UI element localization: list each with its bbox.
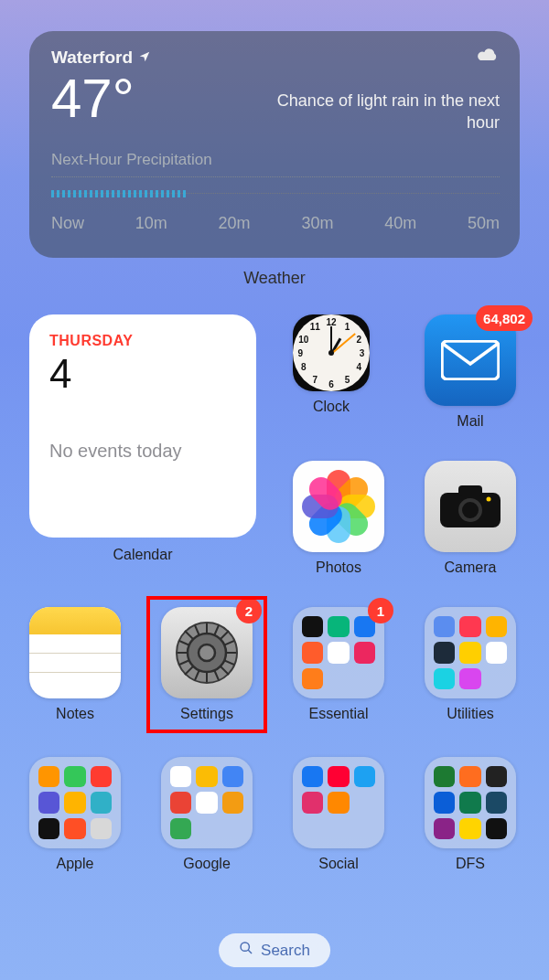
photos-app-icon[interactable] <box>293 461 384 552</box>
camera-app-label: Camera <box>445 559 497 576</box>
timeline-50m: 50m <box>468 214 500 233</box>
calendar-day-name: THURSDAY <box>49 333 236 349</box>
utilities-folder-icon[interactable] <box>425 607 516 698</box>
notes-app-label: Notes <box>56 706 94 722</box>
apple-folder-icon[interactable] <box>29 757 121 848</box>
svg-rect-0 <box>442 341 499 379</box>
social-folder-icon[interactable] <box>293 757 384 848</box>
calendar-widget[interactable]: THURSDAY 4 No events today <box>29 314 256 538</box>
calendar-widget-label: Calendar <box>29 547 256 563</box>
search-label: Search <box>261 942 310 960</box>
weather-forecast-text: Chance of light rain in the next hour <box>262 90 500 134</box>
timeline-30m: 30m <box>301 214 333 233</box>
weather-widget-label: Weather <box>0 269 549 288</box>
essential-folder-icon[interactable]: 1 <box>293 607 384 698</box>
mail-app-icon[interactable]: 64,802 <box>425 314 516 406</box>
camera-app-icon[interactable] <box>425 461 516 552</box>
essential-folder-label: Essential <box>309 706 369 722</box>
timeline-40m: 40m <box>384 214 416 233</box>
calendar-events-text: No events today <box>49 441 236 462</box>
svg-point-5 <box>487 497 491 502</box>
timeline-now: Now <box>51 214 84 233</box>
svg-line-19 <box>248 950 252 953</box>
weather-location: Waterford <box>51 48 133 68</box>
dfs-folder-label: DFS <box>456 856 485 872</box>
essential-badge: 1 <box>368 598 393 623</box>
weather-temperature: 47° <box>51 71 151 126</box>
timeline-20m: 20m <box>219 214 251 233</box>
mail-app-label: Mail <box>457 413 483 430</box>
cloud-icon <box>476 48 500 68</box>
svg-point-4 <box>462 502 479 518</box>
google-folder-label: Google <box>183 856 231 872</box>
search-button[interactable]: Search <box>219 933 330 967</box>
svg-rect-2 <box>458 485 482 496</box>
search-icon <box>239 941 253 960</box>
photos-app-label: Photos <box>316 559 361 576</box>
google-folder-icon[interactable] <box>161 757 253 848</box>
location-arrow-icon <box>138 48 151 68</box>
mail-badge: 64,802 <box>476 305 533 331</box>
dfs-folder-icon[interactable] <box>425 757 516 848</box>
svg-point-18 <box>241 943 249 951</box>
highlight-box <box>146 596 267 733</box>
precipitation-timeline: Now 10m 20m 30m 40m 50m <box>51 214 500 233</box>
clock-app-icon[interactable]: 12 1 2 3 4 5 6 7 8 9 10 11 <box>293 314 370 391</box>
weather-widget[interactable]: Waterford 47° Chance of light rain in th… <box>29 31 520 258</box>
precipitation-label: Next-Hour Precipitation <box>51 151 500 169</box>
timeline-10m: 10m <box>135 214 167 233</box>
apple-folder-label: Apple <box>57 856 94 872</box>
utilities-folder-label: Utilities <box>447 706 494 722</box>
social-folder-label: Social <box>318 856 359 872</box>
clock-app-label: Clock <box>313 399 350 415</box>
notes-app-icon[interactable] <box>29 607 121 698</box>
calendar-day-number: 4 <box>49 351 236 397</box>
precipitation-bar <box>51 190 500 197</box>
